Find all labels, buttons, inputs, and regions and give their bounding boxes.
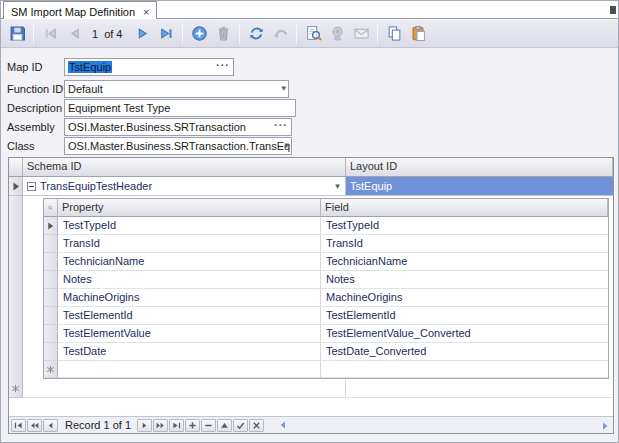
field-cell[interactable]: TransId	[321, 235, 608, 253]
previous-record-button[interactable]	[62, 22, 86, 46]
row-focus-arrow-icon	[12, 182, 20, 191]
nav-first-button[interactable]	[11, 419, 26, 432]
column-header-schema-id[interactable]: Schema ID	[23, 158, 346, 177]
delete-record-button[interactable]	[211, 22, 235, 46]
property-cell[interactable]: TransId	[58, 235, 321, 253]
field-cell[interactable]: TestElementValue_Converted	[321, 325, 608, 343]
class-field[interactable]: OSI.Master.Business.SRTransaction.TransE…	[64, 137, 292, 155]
row-indicator	[44, 235, 58, 253]
schema-id-cell[interactable]: TransEquipTestHeader ▾	[23, 177, 346, 196]
schema-id-cell-empty[interactable]	[23, 380, 346, 398]
assembly-value: OSI.Master.Business.SRTransaction	[68, 121, 246, 133]
column-header-field[interactable]: Field	[321, 199, 608, 217]
master-new-row[interactable]	[9, 380, 613, 398]
undo-button[interactable]	[268, 22, 292, 46]
add-record-button[interactable]	[187, 22, 211, 46]
property-cell-empty[interactable]	[58, 361, 321, 378]
assembly-ellipsis-button[interactable]: ···	[274, 119, 288, 135]
nav-end-edit-button[interactable]	[233, 419, 248, 432]
table-row[interactable]: MachineOrigins MachineOrigins	[44, 289, 608, 307]
map-id-value: TstEquip	[68, 61, 112, 73]
master-row[interactable]: TransEquipTestHeader ▾ TstEquip	[9, 177, 613, 196]
main-toolbar: 1 of 4	[1, 20, 618, 48]
table-row[interactable]: Notes Notes	[44, 271, 608, 289]
table-row[interactable]: TestElementValue TestElementValue_Conver…	[44, 325, 608, 343]
first-record-button[interactable]	[38, 22, 62, 46]
field-cell[interactable]: MachineOrigins	[321, 289, 608, 307]
copy-button[interactable]	[382, 22, 406, 46]
scroll-right-icon	[600, 421, 610, 431]
last-record-button[interactable]	[154, 22, 178, 46]
field-cell[interactable]: TestElementId	[321, 307, 608, 325]
indicator-header-cell	[9, 158, 23, 177]
nav-edit-button[interactable]	[217, 419, 232, 432]
function-id-dropdown-icon[interactable]: ▾	[281, 83, 286, 93]
table-row[interactable]: TestDate TestDate_Converted	[44, 343, 608, 361]
map-id-field[interactable]: TstEquip ···	[64, 58, 234, 76]
column-header-property[interactable]: Property	[58, 199, 321, 217]
property-cell[interactable]: TestDate	[58, 343, 321, 361]
nav-next-page-button[interactable]	[153, 419, 168, 432]
scroll-left-icon	[278, 420, 288, 430]
hscroll-right-button[interactable]	[597, 419, 612, 432]
nav-prev-button[interactable]	[43, 419, 58, 432]
field-cell[interactable]: Notes	[321, 271, 608, 289]
property-cell[interactable]: MachineOrigins	[58, 289, 321, 307]
tab-sm-import-map-definition[interactable]: SM Import Map Definition ×	[3, 1, 157, 19]
map-id-ellipsis-button[interactable]: ···	[216, 59, 230, 75]
property-cell[interactable]: TechnicianName	[58, 253, 321, 271]
assembly-label: Assembly	[7, 121, 64, 133]
property-cell[interactable]: Notes	[58, 271, 321, 289]
focused-row-indicator	[44, 217, 58, 235]
table-row[interactable]: TechnicianName TechnicianName	[44, 253, 608, 271]
field-cell[interactable]: TestTypeId	[321, 217, 608, 235]
record-index: 1	[92, 28, 98, 40]
tabstrip-overflow-icon	[610, 6, 616, 14]
column-header-layout-id[interactable]: Layout ID	[346, 158, 613, 177]
table-row[interactable]: TestElementId TestElementId	[44, 307, 608, 325]
new-row-indicator	[44, 361, 58, 378]
print-preview-button[interactable]	[301, 22, 325, 46]
nav-append-button[interactable]	[185, 419, 200, 432]
detail-search-header-cell[interactable]	[44, 199, 58, 217]
nav-next-button[interactable]	[137, 419, 152, 432]
save-button[interactable]	[5, 22, 29, 46]
nav-delete-button[interactable]	[201, 419, 216, 432]
nav-first-icon	[14, 421, 23, 430]
property-cell[interactable]: TestElementValue	[58, 325, 321, 343]
nav-check-icon	[236, 421, 245, 430]
function-id-field[interactable]: Default ▾	[64, 80, 289, 98]
layout-id-cell-selected[interactable]: TstEquip	[346, 177, 613, 196]
field-cell[interactable]: TestDate_Converted	[321, 343, 608, 361]
hscroll-left-button[interactable]	[275, 419, 290, 432]
toolbar-separator	[239, 24, 240, 44]
property-cell[interactable]: TestTypeId	[58, 217, 321, 235]
certificate-button[interactable]	[325, 22, 349, 46]
field-cell-empty[interactable]	[321, 361, 608, 378]
class-dropdown-icon[interactable]: ▾	[284, 140, 289, 150]
record-position: 1 of 4	[86, 28, 130, 40]
nav-prev-page-button[interactable]	[27, 419, 42, 432]
nav-prev-icon	[46, 421, 55, 430]
collapse-row-icon[interactable]	[27, 182, 36, 191]
field-cell[interactable]: TechnicianName	[321, 253, 608, 271]
schema-id-value: TransEquipTestHeader	[40, 180, 152, 192]
nav-cancel-edit-button[interactable]	[249, 419, 264, 432]
focused-row-indicator	[9, 177, 23, 196]
layout-id-cell-empty[interactable]	[346, 380, 613, 398]
table-row[interactable]: TestTypeId TestTypeId	[44, 217, 608, 235]
nav-last-button[interactable]	[169, 419, 184, 432]
description-field[interactable]: Equipment Test Type	[64, 99, 296, 117]
detail-new-row[interactable]	[44, 361, 608, 378]
mail-button[interactable]	[349, 22, 373, 46]
refresh-button[interactable]	[244, 22, 268, 46]
paste-button[interactable]	[406, 22, 430, 46]
schema-id-dropdown-icon[interactable]: ▾	[331, 179, 344, 193]
nav-next-page-icon	[156, 421, 165, 430]
table-row[interactable]: TransId TransId	[44, 235, 608, 253]
tab-close-icon[interactable]: ×	[143, 7, 149, 17]
row-focus-arrow-icon	[47, 222, 54, 230]
assembly-field[interactable]: OSI.Master.Business.SRTransaction ···	[64, 118, 292, 136]
next-record-button[interactable]	[130, 22, 154, 46]
property-cell[interactable]: TestElementId	[58, 307, 321, 325]
